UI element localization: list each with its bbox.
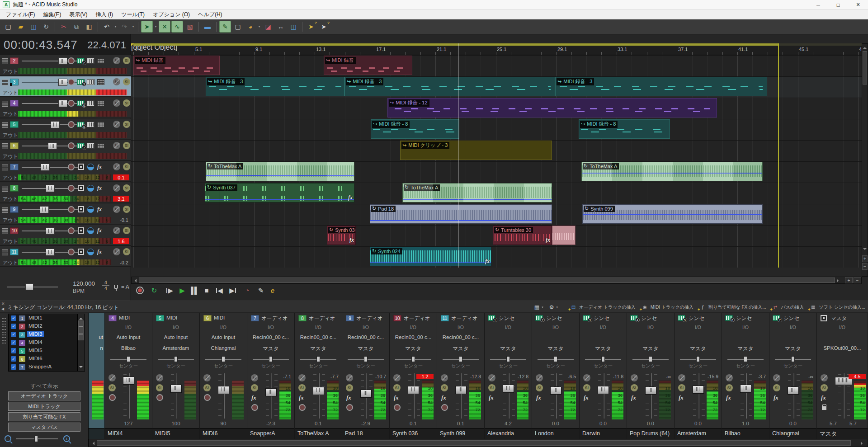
record-button[interactable] (68, 227, 75, 234)
mute-button[interactable]: M (678, 374, 685, 381)
console-hscrollbar[interactable] (89, 439, 868, 447)
track-list-item-MIDI2[interactable]: ✓2MIDI2 (9, 322, 77, 330)
panel-drag-handle[interactable] (2, 318, 4, 343)
bpm-value[interactable]: 120.000 (62, 280, 95, 287)
strip-output[interactable]: Bilbao (105, 345, 152, 351)
strip-io-label[interactable]: I/O (532, 325, 579, 330)
track-volume-thumb[interactable] (58, 100, 67, 107)
track-list-item-MIDI5[interactable]: ✓5MIDI5 (9, 347, 77, 355)
mute-button[interactable]: M (631, 374, 638, 381)
filter-button-2[interactable]: 割り当て可能な FX (8, 412, 80, 421)
strip-io-label[interactable]: I/O (152, 325, 199, 330)
track-drag-handle[interactable] (2, 228, 8, 235)
pan-slider[interactable] (300, 356, 336, 362)
fader-track[interactable] (461, 373, 462, 419)
clip-fx-icon[interactable]: fx (546, 237, 550, 244)
solo-button[interactable]: S! (678, 384, 685, 391)
timeline-vzoom-out-button[interactable]: − (862, 263, 868, 270)
fader-thumb[interactable] (788, 386, 799, 395)
piano-roll-icon[interactable] (87, 122, 94, 127)
fx-button[interactable]: fx (97, 227, 102, 234)
mixer-strip-MIDI6[interactable]: 6MIDII/OAuto InputChiangmaiセンターMS!90MIDI… (200, 313, 247, 439)
track-header-3[interactable]: 33MS!アウト (0, 76, 131, 97)
console-zoom-slider[interactable] (16, 438, 58, 439)
timeline-zoom-out-button[interactable]: − (854, 277, 861, 283)
track-volume-thumb[interactable] (48, 142, 57, 150)
strip-output[interactable]: Chiangmai (200, 345, 247, 351)
redo-dropdown[interactable]: ▾ (131, 21, 135, 33)
list-scroll-down-icon[interactable] (79, 366, 83, 370)
strip-output[interactable]: マスタ (390, 345, 437, 352)
pan-slider[interactable] (253, 356, 289, 362)
solo-button[interactable]: S! (123, 163, 130, 170)
track-device-icon[interactable] (78, 249, 84, 255)
save-button[interactable]: ◫ (28, 21, 39, 33)
fader-thumb[interactable] (503, 385, 514, 393)
timeline-hscrollbar[interactable]: +− (131, 277, 862, 284)
mute-button[interactable]: M (251, 374, 258, 381)
strip-io-label[interactable]: I/O (200, 325, 247, 330)
menu-item-0[interactable]: ファイル(F) (2, 11, 39, 19)
solo-button[interactable]: S! (203, 384, 211, 391)
clip-MIDI-録音---3[interactable]: ↪MIDI 録音 - 3 (344, 77, 555, 96)
undo-dropdown[interactable]: ▾ (113, 21, 118, 33)
clip-fx-icon[interactable]: fx (485, 258, 490, 265)
mute-button[interactable]: M (113, 248, 120, 255)
strip-io-label[interactable]: I/O (295, 325, 342, 330)
bus-assign-icon[interactable] (87, 249, 94, 255)
clip-tail[interactable] (552, 226, 576, 245)
pan-thumb[interactable] (411, 356, 415, 362)
solo-button[interactable]: S! (123, 227, 130, 234)
clip-fx-icon[interactable]: fx (349, 237, 354, 244)
track-grid-icon[interactable] (97, 58, 104, 64)
piano-roll-icon[interactable] (87, 100, 94, 106)
clip-Synth-099[interactable]: ↻Synth 099 (582, 204, 763, 224)
strip-io-label[interactable]: I/O (769, 325, 816, 330)
fx-button[interactable]: fx (97, 185, 102, 192)
strip-output[interactable]: マスタ (532, 345, 579, 352)
volume-envelope[interactable] (582, 173, 762, 174)
view-grid-icon[interactable]: ▦ (534, 304, 539, 311)
strip-io-label[interactable]: I/O (485, 325, 532, 330)
volume-envelope[interactable] (403, 199, 552, 200)
volume-envelope[interactable] (206, 175, 354, 176)
fx-button[interactable]: fx (821, 394, 829, 401)
fader-track[interactable] (745, 373, 747, 419)
track-visible-checkbox[interactable]: ✓ (11, 348, 16, 353)
piano-roll-icon[interactable] (87, 79, 94, 85)
preview-volume-thumb[interactable] (25, 283, 33, 290)
track-list-item-MIDI1[interactable]: ✓1MIDI1 (9, 314, 77, 322)
mute-button[interactable]: M (113, 99, 120, 107)
pan-thumb[interactable] (554, 356, 557, 362)
transport-midi-event-input-button[interactable]: e (267, 285, 278, 296)
clip-Turntables-30[interactable]: ↻Turntables 30fx (493, 226, 552, 245)
track-visible-checkbox[interactable]: ✓ (11, 356, 16, 362)
spread-notes-tool-button[interactable]: ↔ (275, 21, 287, 33)
cut-button[interactable]: ✂ (58, 21, 70, 33)
clip-MIDI-録音---8[interactable]: ↪MIDI 録音 - 8 (579, 119, 670, 139)
strip-output[interactable]: SPKOut00_00... (817, 345, 868, 351)
pan-slider[interactable] (395, 356, 431, 362)
solo-button[interactable]: S! (536, 384, 543, 391)
preview-volume-slider[interactable] (7, 287, 58, 287)
clip-MIDI-クリップ---3[interactable]: ↪MIDI クリップ - 3 (400, 141, 552, 160)
volume-envelope[interactable] (205, 199, 354, 200)
track-header-2[interactable]: 22MS!アウト (0, 55, 131, 76)
pan-slider[interactable] (680, 356, 716, 362)
track-list-scrollbar[interactable] (77, 314, 85, 371)
record-arm-button[interactable] (346, 404, 353, 411)
menu-item-1[interactable]: 編集(E) (39, 11, 65, 19)
transport-record-button[interactable] (134, 285, 146, 296)
track-visible-checkbox[interactable]: ✓ (11, 315, 16, 321)
pan-thumb[interactable] (649, 356, 652, 362)
vscroll-thumb[interactable] (863, 51, 867, 85)
bus-assign-icon[interactable] (87, 206, 94, 213)
pan-thumb[interactable] (222, 356, 225, 362)
fx-button[interactable]: fx (299, 394, 307, 401)
fx-button[interactable]: fx (631, 394, 639, 401)
record-button[interactable] (68, 185, 75, 192)
solo-button[interactable]: S! (583, 384, 590, 391)
strip-input[interactable]: RecIn00_00 c... (247, 334, 294, 340)
insert-soft-synth-button[interactable]: ▦+ソフト シンセの挿入... (810, 304, 865, 311)
transport-loop-playback-button[interactable]: ↻ (148, 285, 160, 296)
